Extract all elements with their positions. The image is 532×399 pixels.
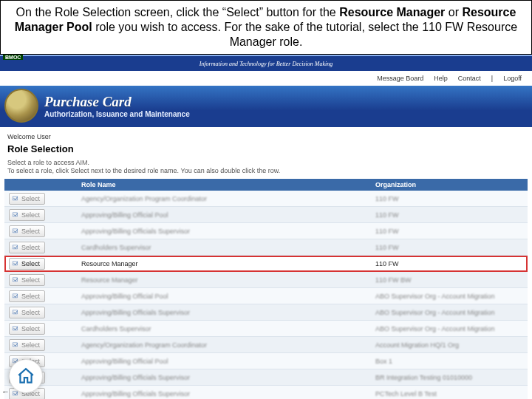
table-row[interactable]: SelectApproving/Billing Official PoolBox… [4, 353, 528, 369]
instr-text-1: On the Role Selection screen, click the … [16, 6, 340, 18]
organization-cell: Box 1 [371, 353, 528, 369]
organization-cell: BR Integration Testing 01010000 [371, 369, 528, 386]
select-label: Select [21, 211, 40, 219]
select-button[interactable]: Select [9, 290, 45, 302]
role-name-cell: Cardholders Supervisor [77, 321, 371, 337]
back-arrow-icon[interactable]: ← [1, 387, 10, 396]
table-row[interactable]: SelectCardholders SupervisorABO Supervis… [4, 321, 528, 337]
select-label: Select [21, 308, 40, 317]
table-row[interactable]: SelectApproving/Billing Official PoolABO… [4, 288, 528, 304]
select-label: Select [21, 292, 40, 301]
organization-cell: 110 FW [371, 256, 528, 272]
table-row[interactable]: SelectApproving/Billing Officials Superv… [4, 304, 528, 321]
organization-cell: 110 FW [371, 239, 528, 256]
role-name-cell: Cardholders Supervisor [77, 239, 371, 256]
instr-text-3: role you wish to access. For the sake of… [92, 21, 517, 48]
top-banner: BMOC Information and Technology for Bett… [0, 55, 532, 71]
app-subtitle: Authorization, Issuance and Maintenance [44, 110, 190, 118]
nav-contact[interactable]: Contact [458, 75, 481, 82]
table-row[interactable]: SelectApproving/Billing Officials Superv… [4, 369, 528, 386]
page-subtext-2: To select a role, click Select next to t… [7, 167, 532, 174]
organization-cell: ABO Supervisor Org - Account Migration [371, 321, 528, 337]
organization-cell: ABO Supervisor Org - Account Migration [371, 288, 528, 304]
select-button[interactable]: Select [9, 209, 45, 221]
table-row[interactable]: SelectApproving/Billing Official Pool110… [4, 207, 528, 223]
role-table: Role Name Organization SelectAgency/Orga… [4, 179, 528, 399]
select-button[interactable]: Select [9, 258, 45, 270]
select-label: Select [21, 194, 40, 203]
organization-cell: 110 FW [371, 191, 528, 207]
col-role-name: Role Name [77, 179, 371, 191]
nav-sep: | [491, 75, 493, 82]
instr-text-2: or [445, 6, 462, 18]
site-motto: Information and Technology for Better De… [200, 61, 333, 67]
tutorial-instruction: On the Role Selection screen, click the … [0, 0, 532, 55]
app-title: Purchase Card [44, 94, 190, 110]
table-row[interactable]: SelectCardholders Supervisor110 FW [4, 239, 528, 256]
home-button[interactable] [9, 359, 43, 393]
table-row[interactable]: SelectAgency/Organization Program Coordi… [4, 191, 528, 207]
role-name-cell: Approving/Billing Officials Supervisor [77, 223, 371, 239]
app-header: Purchase Card Authorization, Issuance an… [0, 86, 532, 127]
select-label: Select [21, 341, 40, 349]
select-label: Select [21, 227, 40, 236]
select-button[interactable]: Select [9, 323, 45, 335]
home-icon [16, 366, 35, 386]
agency-seal-icon [4, 89, 38, 123]
role-name-cell: Approving/Billing Official Pool [77, 353, 371, 369]
organization-cell: Account Migration HQ/1 Org [371, 337, 528, 353]
select-button[interactable]: Select [9, 307, 45, 318]
role-name-cell: Agency/Organization Program Coordinator [77, 191, 371, 207]
role-name-cell: Agency/Organization Program Coordinator [77, 337, 371, 353]
role-name-cell: Approving/Billing Officials Supervisor [77, 369, 371, 386]
role-name-cell: Approving/Billing Officials Supervisor [77, 386, 371, 400]
nav-message-board[interactable]: Message Board [377, 75, 423, 82]
table-row[interactable]: SelectApproving/Billing Officials Superv… [4, 386, 528, 400]
role-name-cell: Approving/Billing Official Pool [77, 207, 371, 223]
select-button[interactable]: Select [9, 225, 45, 237]
col-select [4, 179, 77, 191]
role-name-cell: Approving/Billing Officials Supervisor [77, 304, 371, 321]
select-label: Select [21, 276, 40, 284]
select-label: Select [21, 324, 40, 333]
table-row[interactable]: SelectAgency/Organization Program Coordi… [4, 337, 528, 353]
role-name-cell: Resource Manager [77, 272, 371, 288]
organization-cell: ABO Supervisor Org - Account Migration [371, 304, 528, 321]
table-row[interactable]: SelectResource Manager110 FW [4, 256, 528, 272]
site-tag: BMOC [3, 55, 23, 60]
select-label: Select [21, 243, 40, 252]
select-button[interactable]: Select [9, 339, 45, 351]
organization-cell: 110 FW [371, 207, 528, 223]
organization-cell: PCTech Level B Test [371, 386, 528, 400]
organization-cell: 110 FW [371, 223, 528, 239]
table-row[interactable]: SelectResource Manager110 FW BW [4, 272, 528, 288]
table-row[interactable]: SelectApproving/Billing Officials Superv… [4, 223, 528, 239]
welcome-message: Welcome User [7, 133, 532, 140]
page-subtext-1: Select a role to access AIM. [7, 159, 532, 166]
role-name-cell: Approving/Billing Official Pool [77, 288, 371, 304]
select-button[interactable]: Select [9, 193, 45, 205]
nav-help[interactable]: Help [434, 75, 448, 82]
organization-cell: 110 FW BW [371, 272, 528, 288]
role-name-cell: Resource Manager [77, 256, 371, 272]
nav-logoff[interactable]: Logoff [503, 75, 522, 82]
select-button[interactable]: Select [9, 242, 45, 253]
instr-bold-1: Resource Manager [339, 6, 445, 18]
select-button[interactable]: Select [9, 274, 45, 286]
select-label: Select [21, 259, 40, 268]
col-organization: Organization [371, 179, 528, 191]
page-title: Role Selection [7, 143, 532, 154]
nav-links: Message Board Help Contact | Logoff [0, 71, 532, 86]
